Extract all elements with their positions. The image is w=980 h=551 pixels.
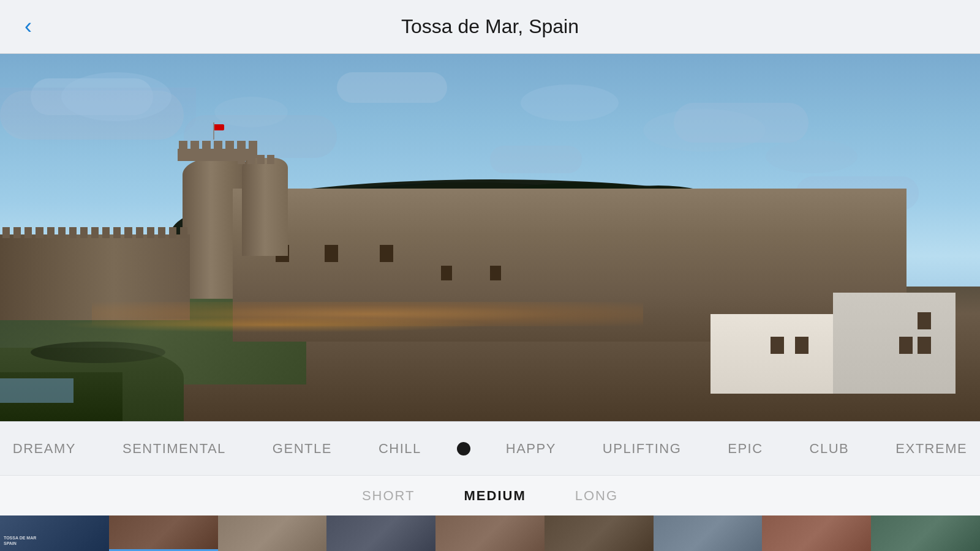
thumbnail-6[interactable] bbox=[545, 515, 654, 551]
thumbnail-5[interactable] bbox=[435, 515, 545, 551]
thumbnail-9[interactable] bbox=[871, 515, 980, 551]
thumbnail-7[interactable] bbox=[654, 515, 763, 551]
duration-medium[interactable]: MEDIUM bbox=[464, 488, 526, 504]
thumbnail-2[interactable] bbox=[109, 515, 218, 551]
duration-bar: SHORT MEDIUM LONG bbox=[0, 475, 980, 515]
mood-bar: DREAMY SENTIMENTAL GENTLE CHILL HAPPY UP… bbox=[0, 421, 980, 475]
back-button[interactable]: ‹ bbox=[24, 15, 32, 37]
thumbnail-3[interactable] bbox=[218, 515, 327, 551]
thumbnail-8[interactable] bbox=[762, 515, 871, 551]
mood-selector-dot bbox=[457, 442, 470, 455]
duration-long[interactable]: LONG bbox=[575, 488, 618, 504]
mood-club[interactable]: CLUB bbox=[786, 422, 873, 475]
mood-sentimental[interactable]: SENTIMENTAL bbox=[99, 422, 249, 475]
main-image bbox=[0, 54, 980, 421]
mood-dreamy[interactable]: DREAMY bbox=[0, 422, 99, 475]
thumbnail-1[interactable]: TOSSA DE MARSPAIN bbox=[0, 515, 109, 551]
duration-short[interactable]: SHORT bbox=[362, 488, 415, 504]
mood-chill[interactable]: CHILL bbox=[355, 422, 445, 475]
mood-epic[interactable]: EPIC bbox=[704, 422, 786, 475]
page-title: Tossa de Mar, Spain bbox=[401, 15, 579, 38]
mood-uplifting[interactable]: UPLIFTING bbox=[579, 422, 704, 475]
mood-extreme[interactable]: EXTREME bbox=[872, 422, 980, 475]
thumbnail-strip: TOSSA DE MARSPAIN bbox=[0, 515, 980, 551]
mood-happy[interactable]: HAPPY bbox=[483, 422, 579, 475]
header-left: ‹ bbox=[24, 17, 32, 37]
mood-gentle[interactable]: GENTLE bbox=[249, 422, 355, 475]
thumbnail-4[interactable] bbox=[326, 515, 435, 551]
header: ‹ Tossa de Mar, Spain bbox=[0, 0, 980, 54]
